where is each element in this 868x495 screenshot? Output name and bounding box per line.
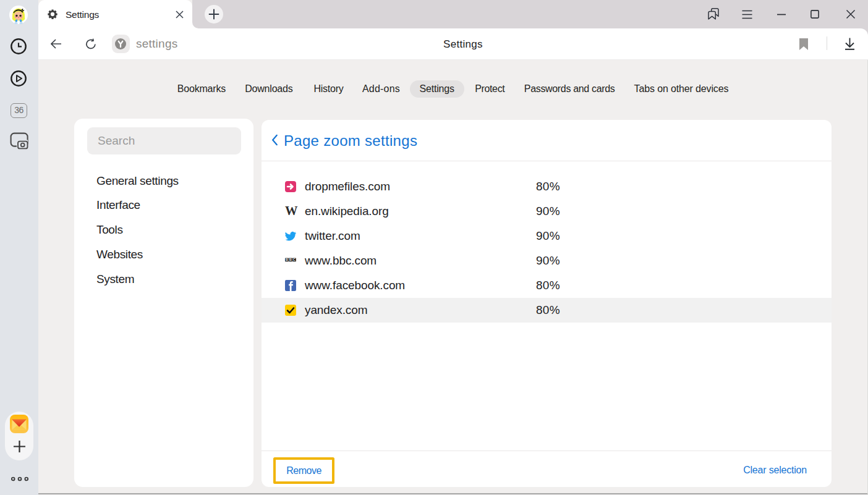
svg-text:C: C bbox=[293, 258, 296, 261]
svg-text:B: B bbox=[286, 258, 288, 261]
svg-text:B: B bbox=[289, 258, 292, 261]
